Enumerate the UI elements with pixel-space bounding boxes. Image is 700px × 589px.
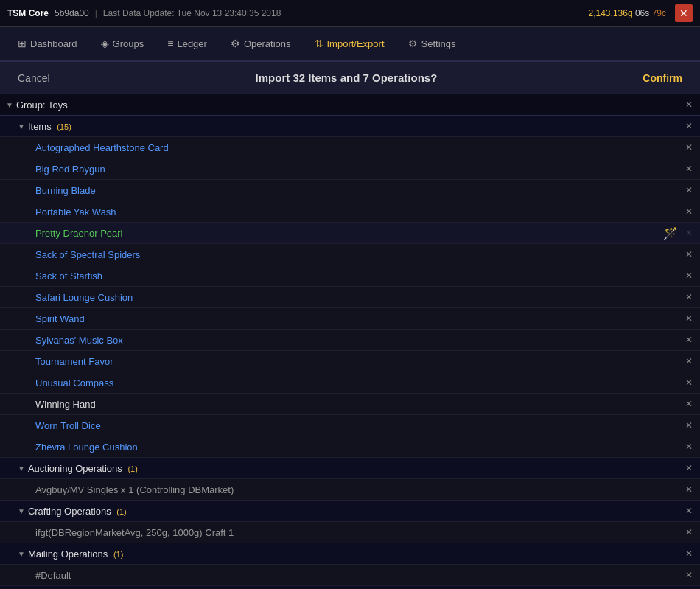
list-item: Pretty Draenor Pearl 🪄 ✕ bbox=[0, 223, 700, 244]
auctioning-close-btn[interactable]: ✕ bbox=[678, 459, 700, 477]
crafting-chevron[interactable]: ▼ bbox=[18, 507, 25, 515]
mailing-close-btn[interactable]: ✕ bbox=[678, 545, 700, 562]
item-name: Big Red Raygun bbox=[35, 164, 678, 175]
items-section-header[interactable]: ▼ Items (15) ✕ bbox=[0, 116, 700, 137]
title-bar: TSM Core 5b9da00 | Last Data Update: Tue… bbox=[0, 0, 700, 27]
item-name: Tournament Favor bbox=[35, 356, 678, 367]
list-item: Safari Lounge Cushion ✕ bbox=[0, 287, 700, 308]
nav-groups[interactable]: ◈ Groups bbox=[91, 33, 155, 54]
list-item: Avgbuy/MV Singles x 1 (Controlling DBMar… bbox=[0, 479, 700, 501]
item-name: Pretty Draenor Pearl bbox=[35, 228, 660, 239]
item-close-btn[interactable]: ✕ bbox=[678, 374, 700, 391]
item-close-btn[interactable]: ✕ bbox=[678, 417, 700, 434]
separator: | bbox=[95, 8, 97, 18]
nav-ledger[interactable]: ≡ Ledger bbox=[157, 33, 217, 54]
item-close-btn[interactable]: ✕ bbox=[678, 481, 700, 498]
list-item: Sylvanas' Music Box ✕ bbox=[0, 330, 700, 351]
list-item: Unusual Compass ✕ bbox=[0, 372, 700, 394]
op-name: ifgt(DBRegionMarketAvg, 250g, 1000g) Cra… bbox=[35, 527, 678, 538]
items-count: (15) bbox=[57, 122, 71, 131]
action-bar: Cancel Import 32 Items and 7 Operations?… bbox=[0, 62, 700, 94]
item-name: Unusual Compass bbox=[35, 377, 678, 388]
list-item: Sack of Starfish ✕ bbox=[0, 265, 700, 287]
auctioning-chevron[interactable]: ▼ bbox=[18, 464, 25, 473]
group-close-btn[interactable]: ✕ bbox=[678, 96, 700, 114]
item-close-btn[interactable]: ✕ bbox=[678, 139, 700, 156]
item-close-btn[interactable]: ✕ bbox=[678, 267, 700, 285]
auctioning-ops-header[interactable]: ▼ Auctioning Operations (1) ✕ bbox=[0, 458, 700, 479]
item-close-btn[interactable]: ✕ bbox=[678, 288, 700, 306]
list-item: Autographed Hearthstone Card ✕ bbox=[0, 137, 700, 158]
action-title: Import 32 Items and 7 Operations? bbox=[56, 72, 637, 84]
item-name: Sylvanas' Music Box bbox=[35, 335, 678, 346]
last-update: Last Data Update: Tue Nov 13 23:40:35 20… bbox=[103, 8, 281, 18]
list-item: Tournament Favor ✕ bbox=[0, 351, 700, 372]
item-close-btn[interactable]: ✕ bbox=[678, 331, 700, 349]
nav-dashboard-label: Dashboard bbox=[30, 38, 77, 49]
items-chevron[interactable]: ▼ bbox=[18, 122, 25, 130]
list-item: Zhevra Lounge Cushion ✕ bbox=[0, 436, 700, 458]
list-item: ifgt(DBRegionMarketAvg, 250g, 1000g) Cra… bbox=[0, 522, 700, 543]
item-name: Portable Yak Wash bbox=[35, 206, 678, 217]
item-close-btn[interactable]: ✕ bbox=[678, 310, 700, 327]
confirm-button[interactable]: Confirm bbox=[637, 69, 688, 87]
auctioning-count: (1) bbox=[127, 464, 137, 473]
item-close-btn[interactable]: ✕ bbox=[678, 245, 700, 263]
nav-bar: ⊞ Dashboard ◈ Groups ≡ Ledger ⚙ Operatio… bbox=[0, 27, 700, 62]
op-name: #Default bbox=[35, 570, 678, 581]
item-close-btn[interactable]: ✕ bbox=[678, 181, 700, 199]
crafting-count: (1) bbox=[116, 507, 126, 516]
list-item: Worn Troll Dice ✕ bbox=[0, 415, 700, 436]
item-name: Zhevra Lounge Cushion bbox=[35, 442, 678, 453]
mailing-ops-header[interactable]: ▼ Mailing Operations (1) ✕ bbox=[0, 543, 700, 565]
item-close-btn[interactable]: ✕ bbox=[678, 523, 700, 541]
group-toys-row[interactable]: ▼ Group: Toys ✕ bbox=[0, 94, 700, 116]
shopping-ops-header[interactable]: ▼ Shopping Operations (1) ✕ bbox=[0, 586, 700, 589]
list-item: Burning Blade ✕ bbox=[0, 180, 700, 201]
list-item: Big Red Raygun ✕ bbox=[0, 158, 700, 180]
group-label: Group: Toys bbox=[16, 100, 678, 111]
nav-operations[interactable]: ⚙ Operations bbox=[220, 33, 301, 54]
item-close-btn[interactable]: ✕ bbox=[678, 224, 700, 242]
auctioning-label: Auctioning Operations (1) bbox=[28, 463, 678, 474]
item-name: Worn Troll Dice bbox=[35, 420, 678, 431]
list-item: #Default ✕ bbox=[0, 565, 700, 586]
crafting-label: Crafting Operations (1) bbox=[28, 506, 678, 517]
operations-icon: ⚙ bbox=[231, 38, 240, 49]
dashboard-icon: ⊞ bbox=[18, 38, 27, 49]
item-close-btn[interactable]: ✕ bbox=[678, 203, 700, 220]
item-close-btn[interactable]: ✕ bbox=[678, 160, 700, 178]
nav-operations-label: Operations bbox=[244, 38, 291, 49]
wand-icon: 🪄 bbox=[663, 226, 678, 240]
item-name: Winning Hand bbox=[35, 399, 678, 410]
import-export-icon: ⇅ bbox=[315, 38, 323, 49]
item-close-btn[interactable]: ✕ bbox=[678, 566, 700, 584]
mailing-count: (1) bbox=[113, 550, 123, 559]
crafting-close-btn[interactable]: ✕ bbox=[678, 502, 700, 520]
ledger-icon: ≡ bbox=[167, 38, 173, 49]
item-close-btn[interactable]: ✕ bbox=[678, 438, 700, 456]
nav-settings-label: Settings bbox=[421, 38, 456, 49]
settings-icon: ⚙ bbox=[408, 38, 418, 49]
list-item: Spirit Wand ✕ bbox=[0, 308, 700, 330]
items-label: Items (15) bbox=[28, 121, 678, 132]
items-close-btn[interactable]: ✕ bbox=[678, 117, 700, 135]
item-close-btn[interactable]: ✕ bbox=[678, 395, 700, 413]
nav-ledger-label: Ledger bbox=[177, 38, 206, 49]
nav-settings[interactable]: ⚙ Settings bbox=[398, 33, 466, 54]
item-name: Sack of Starfish bbox=[35, 271, 678, 282]
mailing-chevron[interactable]: ▼ bbox=[18, 550, 25, 558]
close-button[interactable]: ✕ bbox=[675, 4, 693, 22]
crafting-ops-header[interactable]: ▼ Crafting Operations (1) ✕ bbox=[0, 501, 700, 522]
group-chevron[interactable]: ▼ bbox=[6, 101, 13, 109]
item-close-btn[interactable]: ✕ bbox=[678, 352, 700, 370]
gold-display: 2,143,136g 06s 79c bbox=[589, 8, 666, 18]
nav-dashboard[interactable]: ⊞ Dashboard bbox=[7, 33, 88, 54]
content-area: ▼ Group: Toys ✕ ▼ Items (15) ✕ Autograph… bbox=[0, 94, 700, 589]
cancel-button[interactable]: Cancel bbox=[12, 69, 56, 87]
mailing-label: Mailing Operations (1) bbox=[28, 548, 678, 560]
nav-import-export[interactable]: ⇅ Import/Export bbox=[304, 33, 395, 54]
item-name: Spirit Wand bbox=[35, 313, 678, 324]
item-name: Safari Lounge Cushion bbox=[35, 292, 678, 303]
item-name: Autographed Hearthstone Card bbox=[35, 142, 678, 153]
